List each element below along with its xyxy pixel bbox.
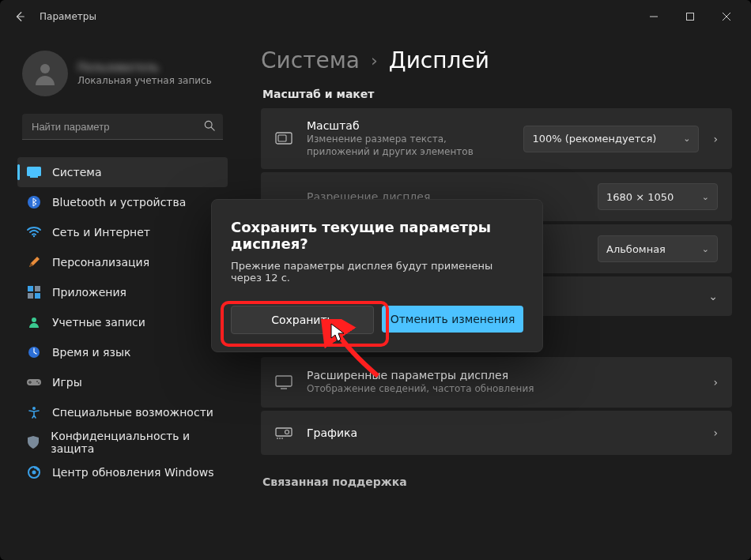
sidebar-item-label: Специальные возможности <box>52 406 213 419</box>
sidebar-item-gaming[interactable]: Игры <box>17 367 228 397</box>
chevron-right-icon: › <box>713 427 718 439</box>
chevron-down-icon: ⌄ <box>702 244 709 254</box>
monitor-icon <box>275 374 292 391</box>
resolution-dropdown[interactable]: 1680 × 1050 ⌄ <box>598 183 718 210</box>
shield-icon <box>27 435 40 449</box>
dialog-title: Сохранить текущие параметры дисплея? <box>231 219 523 252</box>
svg-point-1 <box>40 64 50 73</box>
tile-scale[interactable]: Масштаб Изменение размера текста, прилож… <box>261 108 732 169</box>
scale-icon <box>275 130 292 148</box>
breadcrumb: Система › Дисплей <box>261 47 732 73</box>
profile-block[interactable]: Пользователь Локальная учетная запись <box>22 51 228 96</box>
dropdown-value: Альбомная <box>606 243 666 255</box>
dialog-text: Прежние параметры дисплея будут применен… <box>231 260 523 284</box>
wifi-icon <box>27 225 41 239</box>
chevron-down-icon: ⌄ <box>702 192 709 202</box>
close-button[interactable] <box>708 0 745 33</box>
window-controls <box>636 0 745 33</box>
tile-title: Расширенные параметры дисплея <box>307 369 699 381</box>
profile-name: Пользователь <box>77 61 212 73</box>
tile-title: Масштаб <box>307 119 509 132</box>
scale-dropdown[interactable]: 100% (рекомендуется) ⌄ <box>523 126 699 152</box>
bluetooth-icon <box>27 195 41 209</box>
sidebar-item-label: Bluetooth и устройства <box>52 196 186 209</box>
sidebar-item-time-language[interactable]: Время и язык <box>17 337 228 367</box>
sidebar-item-label: Сеть и Интернет <box>52 226 150 239</box>
svg-rect-0 <box>687 13 694 21</box>
search-input[interactable] <box>30 120 204 133</box>
revert-changes-button[interactable]: Отменить изменения <box>382 306 523 333</box>
profile-subtitle: Локальная учетная запись <box>77 75 212 86</box>
back-button[interactable] <box>6 3 33 30</box>
sidebar-item-network[interactable]: Сеть и Интернет <box>17 217 228 247</box>
search-icon <box>204 120 215 133</box>
update-icon <box>27 465 41 479</box>
sidebar-item-label: Учетные записи <box>52 316 145 329</box>
section-scale-layout: Масштаб и макет <box>262 88 732 100</box>
accessibility-icon <box>27 405 41 419</box>
sidebar-item-accounts[interactable]: Учетные записи <box>17 307 228 337</box>
svg-point-15 <box>38 382 40 384</box>
window-title: Параметры <box>40 11 96 22</box>
sidebar-item-windows-update[interactable]: Центр обновления Windows <box>17 457 228 487</box>
avatar <box>22 51 68 96</box>
tile-desc: Отображение сведений, частота обновления <box>307 383 699 396</box>
titlebar: Параметры <box>0 0 751 33</box>
tile-desc: Изменение размера текста, приложений и д… <box>307 133 509 158</box>
sidebar-item-label: Центр обновления Windows <box>52 466 213 479</box>
sidebar: Пользователь Локальная учетная запись Си… <box>0 33 237 560</box>
svg-rect-8 <box>35 286 40 291</box>
svg-rect-10 <box>35 293 40 299</box>
chevron-down-icon: ⌄ <box>683 133 690 144</box>
tile-graphics[interactable]: Графика › <box>261 411 732 455</box>
person-icon <box>31 59 59 88</box>
sidebar-item-personalization[interactable]: Персонализация <box>17 247 228 277</box>
sidebar-item-label: Игры <box>52 376 82 389</box>
chevron-right-icon[interactable]: › <box>713 133 718 145</box>
tile-title: Графика <box>307 427 699 439</box>
gamepad-icon <box>27 375 41 389</box>
display-icon <box>27 165 41 179</box>
settings-window: Параметры Пользователь Локальная учетная… <box>0 0 751 560</box>
svg-rect-4 <box>30 176 38 178</box>
breadcrumb-root[interactable]: Система <box>261 47 360 73</box>
sidebar-item-system[interactable]: Система <box>17 157 228 187</box>
keep-changes-button[interactable]: Сохранить <box>231 306 374 334</box>
svg-rect-3 <box>27 167 41 176</box>
svg-rect-21 <box>276 376 292 386</box>
svg-point-2 <box>205 121 212 128</box>
sidebar-item-bluetooth[interactable]: Bluetooth и устройства <box>17 187 228 217</box>
svg-rect-9 <box>28 293 33 299</box>
sidebar-item-apps[interactable]: Приложения <box>17 277 228 307</box>
svg-point-23 <box>285 430 289 434</box>
svg-rect-20 <box>278 135 286 141</box>
gpu-icon <box>275 424 292 442</box>
minimize-button[interactable] <box>636 0 672 33</box>
person-icon <box>27 315 41 329</box>
sidebar-item-label: Персонализация <box>52 256 149 269</box>
sidebar-item-label: Конфиденциальность и защита <box>51 430 218 455</box>
chevron-right-icon: › <box>713 376 718 389</box>
sidebar-item-label: Приложения <box>52 286 126 299</box>
brush-icon <box>27 255 41 269</box>
svg-rect-7 <box>28 286 33 291</box>
dropdown-value: 1680 × 1050 <box>606 191 674 203</box>
chevron-down-icon: ⌄ <box>708 290 718 303</box>
svg-point-14 <box>36 381 38 382</box>
dropdown-value: 100% (рекомендуется) <box>532 133 656 145</box>
tile-advanced-display[interactable]: Расширенные параметры дисплея Отображени… <box>261 357 732 408</box>
svg-point-6 <box>33 235 35 237</box>
sidebar-item-accessibility[interactable]: Специальные возможности <box>17 397 228 427</box>
section-support: Связанная поддержка <box>262 475 732 488</box>
clock-globe-icon <box>27 345 41 359</box>
maximize-button[interactable] <box>672 0 708 33</box>
nav-list: Система Bluetooth и устройства Сеть и Ин… <box>17 157 228 487</box>
search-field[interactable] <box>22 114 223 140</box>
sidebar-item-privacy[interactable]: Конфиденциальность и защита <box>17 427 228 457</box>
apps-icon <box>27 285 41 299</box>
orientation-dropdown[interactable]: Альбомная ⌄ <box>598 235 718 262</box>
breadcrumb-current: Дисплей <box>389 47 489 73</box>
svg-point-18 <box>32 471 36 475</box>
svg-point-11 <box>32 318 36 322</box>
svg-point-16 <box>32 407 36 410</box>
